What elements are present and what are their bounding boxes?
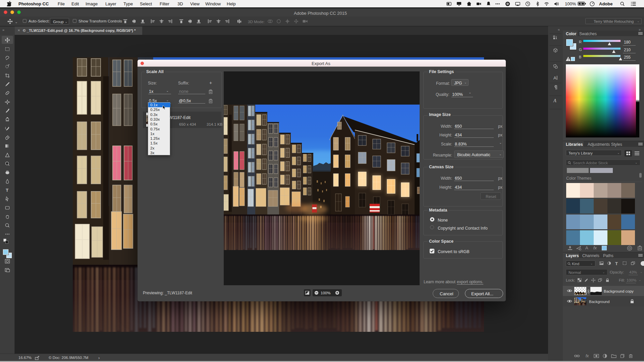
svg-text:T: T [6, 188, 8, 193]
svg-text:A: A [553, 98, 556, 103]
svg-text:A: A [553, 75, 556, 80]
